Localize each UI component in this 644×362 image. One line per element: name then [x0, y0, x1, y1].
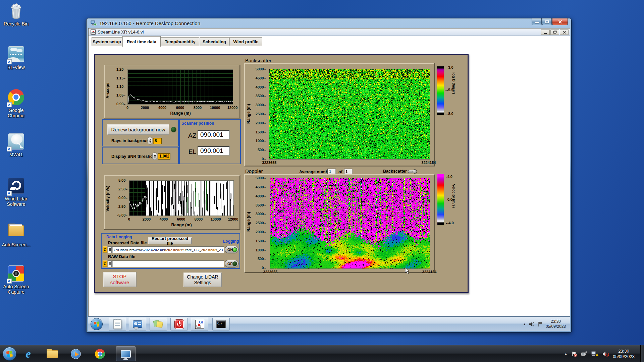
- rdp-close-button[interactable]: [552, 18, 568, 25]
- change-lidar-settings-button[interactable]: Change LiDARSettings: [183, 273, 222, 287]
- raw-drive-button[interactable]: C: [103, 260, 107, 267]
- taskbar-chrome-button[interactable]: [93, 348, 107, 360]
- remote-taskbar-cmd-button[interactable]: C:\_: [212, 318, 230, 330]
- x-tick: 12000: [228, 217, 238, 221]
- y-tick: 4500: [250, 76, 266, 80]
- desktop-icon-recycle-bin[interactable]: Recycle Bin: [1, 3, 32, 26]
- desktop-icon-autoscreen-folder[interactable]: AutoScreen...: [1, 221, 32, 247]
- command-prompt-icon: C:\_: [216, 320, 226, 328]
- backscatter-graph: Range (m) 5000 4500 4000 3500 3000 2500 …: [244, 63, 435, 166]
- app-minimize-button[interactable]: [541, 29, 550, 35]
- velocity-plot-area[interactable]: [129, 180, 234, 216]
- y-tick: -5.00: [113, 213, 127, 217]
- tab-temp-humidity[interactable]: Temp/humidity: [161, 37, 199, 46]
- remote-taskbar: XR C:\_ ▲ 23:30 05/09/2023: [88, 316, 570, 331]
- streamline-app-window: StreamLine XR v14-6.vi System setup Real…: [88, 28, 570, 316]
- x-tick: 2000: [141, 106, 149, 110]
- x-tick: 8000: [195, 217, 203, 221]
- y-tick: 0: [250, 266, 266, 270]
- rdp-titlebar[interactable]: 192.168.0.150 - Remote Desktop Connectio…: [87, 18, 571, 28]
- rays-value-field[interactable]: 8: [153, 138, 162, 144]
- y-tick: 1000: [250, 139, 266, 143]
- desktop-icon-bl-view[interactable]: BL-View: [1, 46, 32, 70]
- taskbar-internet-explorer-button[interactable]: e: [21, 348, 35, 360]
- app-titlebar[interactable]: StreamLine XR v14-6.vi: [89, 28, 570, 36]
- doppler-plot-area[interactable]: [270, 178, 430, 269]
- processed-drive-button[interactable]: C: [103, 246, 107, 253]
- remote-taskbar-sticky-notes-button[interactable]: [150, 318, 167, 330]
- tab-scheduling[interactable]: Scheduling: [200, 37, 229, 46]
- processed-file-label: Processed Data file: [108, 241, 147, 245]
- rdp-minimize-button[interactable]: [532, 18, 542, 25]
- desktop-icon-wind-lidar[interactable]: Wind Lidar Software: [1, 177, 32, 207]
- network-status-icon[interactable]: [591, 351, 599, 357]
- rays-spinner[interactable]: [148, 137, 152, 144]
- rdp-window-title: 192.168.0.150 - Remote Desktop Connectio…: [99, 20, 200, 26]
- remote-volume-icon[interactable]: [529, 322, 535, 327]
- backscatter-x-right: 3224154: [422, 161, 436, 165]
- x-tick: 0: [126, 106, 128, 110]
- taskbar-explorer-button[interactable]: [46, 348, 59, 360]
- battery-power-icon[interactable]: [581, 351, 588, 357]
- tray-expand-icon[interactable]: ▲: [564, 352, 568, 356]
- az-value-field[interactable]: 090.001: [198, 130, 230, 139]
- taskbar-media-player-button[interactable]: [69, 348, 83, 360]
- shortcut-arrow-icon: [7, 102, 12, 107]
- mouse-cursor: [405, 267, 410, 276]
- app-client-area: A-scope 1.20 1.15 1.10 1.05 0.99 0 2000 …: [89, 47, 570, 316]
- taskbar-rdp-button-active[interactable]: [116, 346, 136, 361]
- y-tick: 500: [250, 148, 266, 152]
- average-number-field[interactable]: 1: [327, 169, 336, 174]
- raw-logging-toggle[interactable]: OFF: [225, 260, 238, 267]
- wind-lidar-icon: [7, 178, 25, 195]
- doppler-x-right: 3224154: [422, 270, 437, 274]
- tab-system-setup[interactable]: System setup: [92, 37, 122, 46]
- desktop-icon-auto-screen-capture[interactable]: Auto Screen Capture: [1, 265, 32, 295]
- tab-real-time-data[interactable]: Real time data: [122, 36, 161, 47]
- renew-background-button[interactable]: Renew background now: [107, 124, 169, 135]
- snr-value-field[interactable]: 1.002: [158, 153, 170, 160]
- desktop-icon-google-chrome[interactable]: Google Chrome: [1, 88, 32, 118]
- remote-start-button[interactable]: [91, 318, 103, 330]
- stop-software-button[interactable]: STOPsoftware: [103, 272, 137, 287]
- doppler-heatmap-canvas[interactable]: [270, 178, 430, 268]
- remote-tray-expand-icon[interactable]: ▲: [523, 322, 526, 326]
- remote-taskbar-display-settings-button[interactable]: [129, 318, 146, 330]
- remote-action-center-icon[interactable]: [538, 321, 543, 327]
- raw-browse-button[interactable]: [108, 260, 112, 267]
- toggle-knob: [413, 169, 417, 174]
- restart-processed-file-button[interactable]: Restart processed file: [148, 237, 192, 244]
- remote-taskbar-streamline-xr-button[interactable]: XR: [191, 318, 208, 330]
- average-total-field[interactable]: 1: [344, 169, 353, 174]
- processed-path-field[interactable]: C:\Lidar\Data\Proc\2023\202309\20230905\…: [112, 246, 224, 253]
- remote-taskbar-shutdown-button[interactable]: [170, 318, 188, 330]
- host-clock[interactable]: 23:30 05/09/2023: [613, 349, 635, 359]
- volume-muted-icon[interactable]: [602, 351, 609, 357]
- show-desktop-button[interactable]: [640, 345, 644, 362]
- ascope-plot-area[interactable]: [127, 69, 233, 105]
- processed-logging-toggle[interactable]: ON: [225, 246, 238, 253]
- remote-clock[interactable]: 23:30 05/09/2023: [546, 319, 568, 329]
- tab-wind-profile[interactable]: Wind profile: [229, 37, 262, 46]
- el-value-field[interactable]: 090.001: [198, 146, 230, 156]
- processed-browse-button[interactable]: [108, 246, 112, 253]
- snr-spinner[interactable]: [152, 153, 157, 160]
- backscatter-toggle-switch[interactable]: [408, 170, 417, 173]
- remote-taskbar-notepad-button[interactable]: [109, 318, 126, 330]
- desktop-icon-mw41[interactable]: MW41: [1, 133, 32, 157]
- ascope-canvas[interactable]: [128, 70, 233, 104]
- raw-path-field[interactable]: [112, 260, 224, 267]
- backscatter-plot-area[interactable]: [269, 69, 430, 160]
- rdp-maximize-button[interactable]: [542, 18, 552, 25]
- snr-threshold-box: Display SNR threshold 1.002: [102, 147, 179, 164]
- app-close-button[interactable]: [560, 29, 569, 35]
- data-logging-box: Data Logging Processed Data file Restart…: [101, 233, 240, 269]
- shortcut-arrow-icon: [7, 279, 12, 284]
- app-restore-button[interactable]: [550, 29, 559, 35]
- host-start-button[interactable]: [3, 347, 16, 361]
- action-center-flag-icon[interactable]: [571, 351, 577, 357]
- velocity-canvas[interactable]: [129, 181, 233, 216]
- backscatter-heatmap-canvas[interactable]: [269, 69, 430, 159]
- rdp-app-icon: [91, 20, 97, 26]
- data-logging-title: Data Logging: [106, 235, 132, 239]
